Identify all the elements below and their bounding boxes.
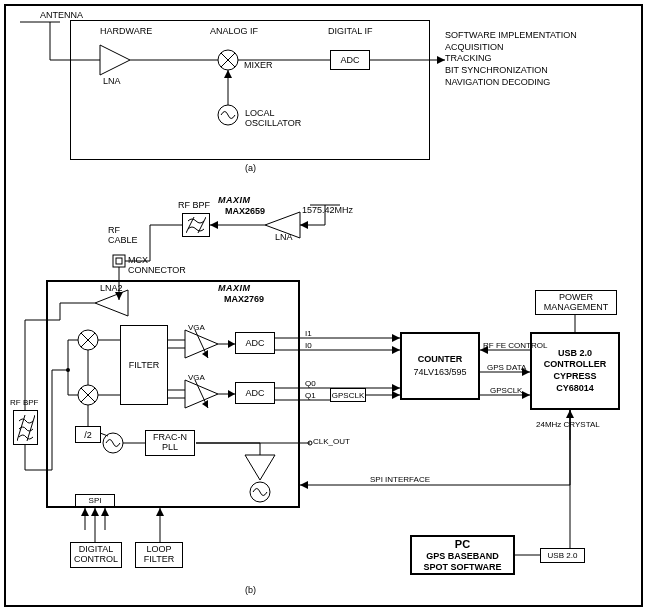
- usb2-text: USB 2.0: [548, 551, 578, 560]
- q1-label: Q1: [305, 391, 316, 400]
- gpsclk-text: GPSCLK: [332, 391, 364, 400]
- hardware-label: HARDWARE: [100, 26, 152, 36]
- rf-bpf-top-label: RF BPF: [178, 200, 210, 210]
- svg-marker-90: [101, 508, 109, 516]
- gpsclk-box: GPSCLK: [330, 388, 366, 402]
- digital-ctrl-text: DIGITAL CONTROL: [74, 545, 118, 565]
- i0-label: I0: [305, 341, 312, 350]
- div2-text: /2: [84, 430, 92, 440]
- rf-bpf-left-box: [13, 410, 38, 445]
- vga-q-label: VGA: [188, 373, 205, 382]
- lo-label: LOCAL OSCILLATOR: [245, 108, 301, 128]
- rf-cable-label: RF CABLE: [108, 225, 138, 245]
- maxim-brand-2: MAXIM: [218, 283, 251, 293]
- spi-text: SPI: [89, 496, 102, 505]
- lna2-label: LNA2: [100, 283, 123, 293]
- a-outputs: SOFTWARE IMPLEMENTATION ACQUISITION TRAC…: [445, 30, 577, 88]
- power-mgmt-box: POWER MANAGEMENT: [535, 290, 617, 315]
- rf-fe-label: RF FE CONTROL: [483, 341, 547, 350]
- mcx-label: MCX CONNECTOR: [128, 255, 186, 275]
- fracn-text: FRAC-N PLL: [153, 433, 187, 453]
- q0-label: Q0: [305, 379, 316, 388]
- div2-box: /2: [75, 426, 101, 443]
- pc-sub: GPS BASEBAND SPOT SOFTWARE: [423, 551, 501, 572]
- gpsclk2-label: GPSCLK: [490, 386, 522, 395]
- svg-marker-71: [392, 384, 400, 392]
- max2769-label: MAX2769: [224, 294, 264, 304]
- gps-data-label: GPS DATA: [487, 363, 526, 372]
- freq-label: 1575.42MHz: [302, 205, 353, 215]
- counter-part: 74LV163/595: [414, 367, 467, 377]
- svg-marker-68: [392, 346, 400, 354]
- counter-box: COUNTER74LV163/595: [400, 332, 480, 400]
- adc-q-text: ADC: [245, 388, 264, 398]
- pc-box: PCGPS BASEBAND SPOT SOFTWARE: [410, 535, 515, 575]
- svg-line-113: [27, 415, 35, 441]
- adc-i-box: ADC: [235, 332, 275, 354]
- adc-q-box: ADC: [235, 382, 275, 404]
- rf-bpf-top-box: [182, 213, 210, 237]
- diagram-canvas: ANTENNA: [0, 0, 647, 611]
- clkout-label: CLK_OUT: [313, 437, 350, 446]
- svg-marker-73: [392, 391, 400, 399]
- adc-a-text: ADC: [340, 55, 359, 65]
- svg-marker-11: [224, 70, 232, 78]
- analog-if-label: ANALOG IF: [210, 26, 258, 36]
- rf-bpf-left-label: RF BPF: [10, 398, 38, 407]
- svg-marker-13: [437, 56, 445, 64]
- max2659-label: MAX2659: [225, 206, 265, 216]
- counter-title: COUNTER: [418, 354, 463, 364]
- lna-label: LNA: [103, 76, 121, 86]
- maxim-brand-1: MAXIM: [218, 195, 251, 205]
- filter-text: FILTER: [129, 360, 159, 370]
- spi-box: SPI: [75, 494, 115, 507]
- svg-rect-23: [113, 255, 125, 267]
- digital-ctrl-box: DIGITAL CONTROL: [70, 542, 122, 568]
- power-mgmt-text: POWER MANAGEMENT: [544, 293, 609, 313]
- svg-marker-89: [91, 508, 99, 516]
- a-caption: (a): [245, 163, 256, 173]
- loop-filter-text: LOOP FILTER: [144, 545, 174, 565]
- crystal-label: 24MHz CRYSTAL: [536, 420, 600, 429]
- adc-i-text: ADC: [245, 338, 264, 348]
- usb-ctrl-text: USB 2.0 CONTROLLER CYPRESS CY68014: [544, 348, 607, 395]
- svg-marker-96: [522, 391, 530, 399]
- fracn-box: FRAC-N PLL: [145, 430, 195, 456]
- filter-box: FILTER: [120, 325, 168, 405]
- spi-if-label: SPI INTERFACE: [370, 475, 430, 484]
- svg-marker-101: [300, 481, 308, 489]
- svg-marker-17: [300, 221, 308, 229]
- svg-rect-24: [116, 258, 122, 264]
- usb2-box: USB 2.0: [540, 548, 585, 563]
- svg-line-112: [17, 415, 25, 441]
- digital-if-label: DIGITAL IF: [328, 26, 373, 36]
- vga-i-label: VGA: [188, 323, 205, 332]
- mixer-label: MIXER: [244, 60, 273, 70]
- b-caption: (b): [245, 585, 256, 595]
- lna-b-label: LNA: [275, 232, 293, 242]
- loop-filter-box: LOOP FILTER: [135, 542, 183, 568]
- svg-marker-3: [100, 45, 130, 75]
- svg-marker-67: [392, 334, 400, 342]
- svg-marker-109: [156, 508, 164, 516]
- svg-marker-20: [210, 221, 218, 229]
- svg-marker-88: [81, 508, 89, 516]
- i1-label: I1: [305, 329, 312, 338]
- pc-title: PC: [455, 538, 470, 550]
- adc-a-box: ADC: [330, 50, 370, 70]
